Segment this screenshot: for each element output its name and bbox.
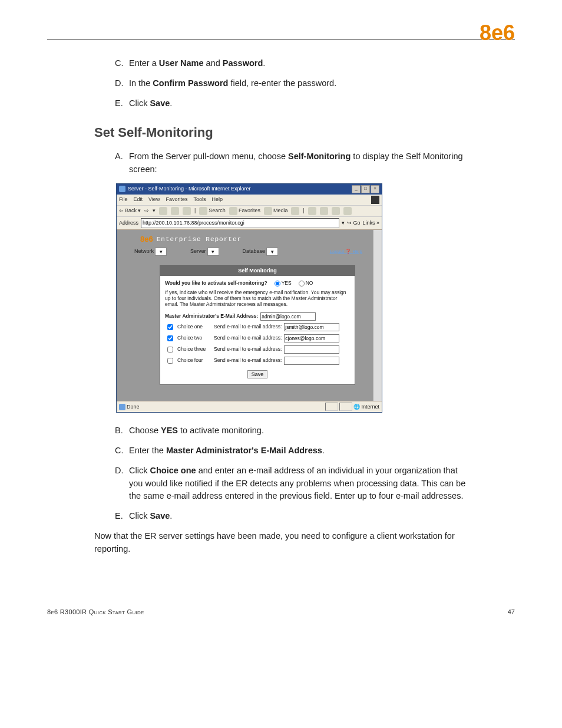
menu-tools[interactable]: Tools	[193, 196, 206, 204]
favorites-icon[interactable]	[229, 207, 237, 215]
nav-database[interactable]: Database	[243, 248, 266, 256]
maximize-button[interactable]: □	[361, 185, 370, 193]
print-icon[interactable]	[320, 207, 328, 215]
chevron-down-icon[interactable]: ▾	[266, 248, 278, 256]
send-label: Send e-mail to e-mail address:	[214, 323, 282, 331]
home-icon[interactable]	[183, 207, 191, 215]
bold: Master Administrator's E-Mail Address	[166, 446, 322, 455]
activate-question: Would you like to activate self-monitori…	[165, 279, 267, 287]
nav-server[interactable]: Server	[190, 248, 206, 256]
ie-window: Server - Self-Monitoring - Microsoft Int…	[116, 183, 382, 413]
save-button[interactable]: Save	[247, 370, 268, 378]
status-zone: Internet	[361, 403, 379, 411]
closing-paragraph: Now that the ER server settings have bee…	[94, 530, 468, 556]
go-icon[interactable]: ↪	[347, 219, 352, 228]
back-dropdown[interactable]: ▾	[138, 207, 141, 215]
bold: YES	[161, 426, 178, 435]
window-title: Server - Self-Monitoring - Microsoft Int…	[128, 185, 251, 193]
bold: Self-Monitoring	[288, 151, 351, 161]
radio-no-label: NO	[306, 279, 313, 287]
ie-titlebar: Server - Self-Monitoring - Microsoft Int…	[117, 184, 382, 195]
back-label[interactable]: Back	[125, 207, 137, 215]
radio-yes[interactable]	[275, 281, 280, 286]
address-dropdown[interactable]: ▾	[342, 219, 345, 228]
step-letter: D.	[115, 465, 129, 503]
help-icon[interactable]: ❓	[345, 249, 351, 254]
step-letter: D.	[115, 77, 129, 90]
text: Click	[129, 98, 150, 108]
nav-logout[interactable]: Logout	[330, 249, 344, 254]
text: Click	[129, 466, 150, 475]
master-email-input[interactable]	[260, 312, 316, 321]
menu-edit[interactable]: Edit	[134, 196, 143, 204]
choice-four-checkbox[interactable]	[167, 358, 173, 364]
search-icon[interactable]	[199, 207, 207, 215]
stop-icon[interactable]	[159, 207, 167, 215]
menu-view[interactable]: View	[148, 196, 160, 204]
step-letter: E.	[115, 510, 129, 523]
ie-status-bar: Done 🌐Internet	[117, 401, 382, 412]
text: to activate monitoring.	[178, 426, 264, 435]
history-icon[interactable]	[291, 207, 299, 215]
step-letter: C.	[115, 57, 129, 70]
search-label[interactable]: Search	[209, 207, 226, 215]
bold: Choice one	[150, 466, 196, 475]
step-d-top: D. In the Confirm Password field, re-ent…	[115, 77, 468, 90]
panel-note: If yes, indicate who will receive the em…	[165, 289, 350, 308]
choice-four-input[interactable]	[284, 357, 339, 365]
footer-page: 47	[508, 608, 515, 615]
er-logo: 8e6	[140, 233, 153, 245]
send-label: Send e-mail to e-mail address:	[214, 357, 282, 364]
favorites-label[interactable]: Favorites	[239, 207, 260, 215]
close-button[interactable]: ×	[371, 185, 379, 193]
minimize-button[interactable]: _	[352, 185, 361, 193]
scrollbar[interactable]	[373, 230, 382, 401]
ie-icon	[119, 186, 125, 192]
edit-icon[interactable]	[332, 207, 340, 215]
done-icon	[119, 404, 125, 410]
text: .	[170, 511, 172, 521]
bold: Save	[150, 98, 170, 108]
choice-three-label: Choice three	[177, 345, 211, 353]
forward-button[interactable]: ⇨	[144, 207, 149, 215]
discuss-icon[interactable]	[343, 207, 352, 215]
master-label: Master Administrator's E-Mail Address:	[165, 312, 258, 320]
ie-menubar: File Edit View Favorites Tools Help	[117, 195, 382, 205]
menu-favorites[interactable]: Favorites	[166, 196, 187, 204]
bold: Password	[223, 58, 263, 68]
step-b: B. Choose YES to activate monitoring.	[115, 424, 468, 437]
address-input[interactable]: http://200.10.101.76:88/process/monitor.…	[141, 218, 339, 229]
panel-title: Self Monitoring	[160, 266, 355, 276]
go-label[interactable]: Go	[353, 219, 360, 228]
refresh-icon[interactable]	[171, 207, 179, 215]
chevron-down-icon[interactable]: ▾	[155, 248, 167, 256]
choice-two-input[interactable]	[284, 334, 339, 342]
media-label[interactable]: Media	[273, 207, 288, 215]
globe-icon: 🌐	[353, 403, 360, 411]
section-heading: Set Self-Monitoring	[94, 123, 468, 142]
text: .	[170, 98, 172, 108]
choice-two-checkbox[interactable]	[167, 335, 173, 341]
back-button[interactable]: ⇦	[119, 207, 124, 215]
radio-yes-label: YES	[282, 279, 292, 287]
menu-help[interactable]: Help	[211, 196, 223, 204]
ie-address-bar: Address http://200.10.101.76:88/process/…	[117, 217, 382, 230]
choice-three-input[interactable]	[284, 345, 339, 354]
mail-icon[interactable]	[308, 207, 316, 215]
choice-four-label: Choice four	[177, 357, 211, 364]
choice-one-input[interactable]	[284, 323, 339, 331]
links-label[interactable]: Links »	[362, 219, 379, 228]
nav-network[interactable]: Network	[134, 248, 154, 256]
nav-help[interactable]: Help	[353, 249, 362, 254]
menu-file[interactable]: File	[119, 196, 128, 204]
footer-guide: 8e6 R3000IR Quick Start Guide	[47, 608, 144, 615]
media-icon[interactable]	[264, 207, 272, 215]
choice-two-label: Choice two	[177, 334, 211, 342]
send-label: Send e-mail to e-mail address:	[214, 334, 282, 342]
status-segment	[325, 403, 338, 411]
choice-three-checkbox[interactable]	[167, 347, 173, 353]
text: .	[263, 58, 265, 68]
chevron-down-icon[interactable]: ▾	[207, 248, 219, 256]
radio-no[interactable]	[299, 281, 305, 286]
choice-one-checkbox[interactable]	[167, 324, 173, 330]
